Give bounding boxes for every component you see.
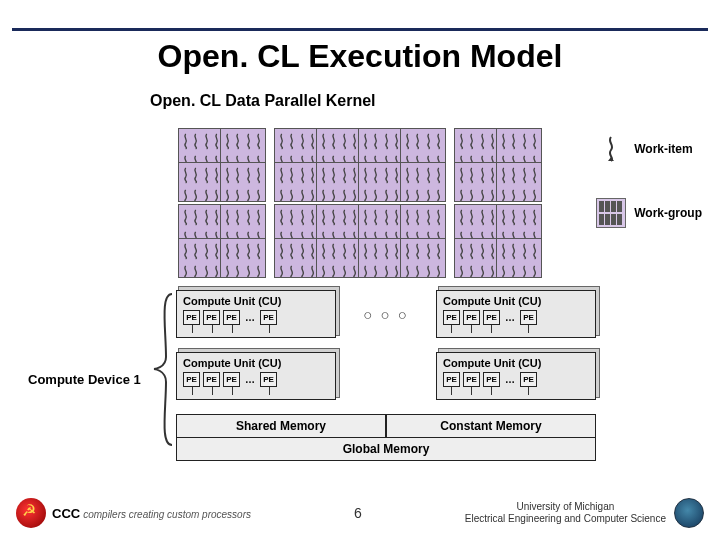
um-line1: University of Michigan — [465, 501, 666, 513]
work-group — [454, 238, 500, 278]
shared-memory: Shared Memory — [176, 414, 386, 438]
work-group — [220, 238, 266, 278]
device-internals: Compute Unit (CU) PE PE PE … PE ○ ○ ○ Co… — [176, 290, 596, 461]
constant-memory: Constant Memory — [386, 414, 596, 438]
um-block: University of Michigan Electrical Engine… — [465, 498, 704, 528]
work-group — [496, 238, 542, 278]
work-group — [316, 238, 362, 278]
ccc-tagline: compilers creating custom processors — [83, 509, 251, 520]
pe-row: PE PE PE … PE — [183, 372, 329, 387]
pe-row: PE PE PE … PE — [443, 372, 589, 387]
processing-element: PE — [443, 310, 460, 325]
ccc-badge-icon — [16, 498, 46, 528]
work-group — [274, 238, 320, 278]
processing-element: PE — [223, 310, 240, 325]
work-group — [400, 162, 446, 202]
work-group — [358, 162, 404, 202]
pe-row: PE PE PE … PE — [443, 310, 589, 325]
ccc-bold: CCC — [52, 506, 80, 521]
compute-unit: Compute Unit (CU) PE PE PE … PE — [176, 352, 336, 400]
processing-element: PE — [443, 372, 460, 387]
pe-ellipsis: … — [503, 312, 517, 323]
device-label: Compute Device 1 — [28, 372, 141, 387]
processing-element: PE — [483, 310, 500, 325]
cu-label: Compute Unit (CU) — [443, 295, 589, 307]
slide-title: Open. CL Execution Model — [0, 38, 720, 75]
processing-element: PE — [520, 372, 537, 387]
processing-element: PE — [483, 372, 500, 387]
processing-element: PE — [183, 372, 200, 387]
cu-label: Compute Unit (CU) — [183, 357, 329, 369]
um-seal-icon — [674, 498, 704, 528]
processing-element: PE — [260, 372, 277, 387]
processing-element: PE — [183, 310, 200, 325]
cu-label: Compute Unit (CU) — [183, 295, 329, 307]
work-group — [454, 162, 500, 202]
pe-ellipsis: … — [503, 374, 517, 385]
processing-element: PE — [203, 310, 220, 325]
work-group — [358, 238, 404, 278]
work-item-label: Work-item — [634, 142, 692, 156]
work-group — [178, 162, 224, 202]
compute-unit: Compute Unit (CU) PE PE PE … PE — [436, 290, 596, 338]
compute-unit: Compute Unit (CU) PE PE PE … PE — [436, 352, 596, 400]
processing-element: PE — [463, 310, 480, 325]
cu-label: Compute Unit (CU) — [443, 357, 589, 369]
global-memory: Global Memory — [176, 437, 596, 461]
title-rule — [12, 28, 708, 31]
work-item-icon — [596, 134, 626, 164]
work-group — [220, 162, 266, 202]
work-group-icon — [596, 198, 626, 228]
work-group — [316, 162, 362, 202]
processing-element: PE — [520, 310, 537, 325]
ccc-logo: CCCcompilers creating custom processors — [16, 498, 251, 528]
device-brace-icon — [152, 292, 174, 447]
work-group — [178, 238, 224, 278]
pe-ellipsis: … — [243, 374, 257, 385]
pe-row: PE PE PE … PE — [183, 310, 329, 325]
slide-subtitle: Open. CL Data Parallel Kernel — [150, 92, 376, 110]
work-group-label: Work-group — [634, 206, 702, 220]
work-group — [400, 238, 446, 278]
pe-ellipsis: … — [243, 312, 257, 323]
compute-unit: Compute Unit (CU) PE PE PE … PE — [176, 290, 336, 338]
work-group — [274, 162, 320, 202]
cu-ellipsis: ○ ○ ○ — [363, 306, 409, 323]
processing-element: PE — [260, 310, 277, 325]
processing-element: PE — [223, 372, 240, 387]
processing-element: PE — [203, 372, 220, 387]
legend: Work-item Work-group — [596, 134, 702, 262]
processing-element: PE — [463, 372, 480, 387]
work-group — [496, 162, 542, 202]
page-number: 6 — [354, 505, 362, 521]
um-line2: Electrical Engineering and Computer Scie… — [465, 513, 666, 525]
footer: CCCcompilers creating custom processors … — [16, 498, 704, 528]
ndrange-grid: ○ ○ ○ — [198, 128, 538, 273]
